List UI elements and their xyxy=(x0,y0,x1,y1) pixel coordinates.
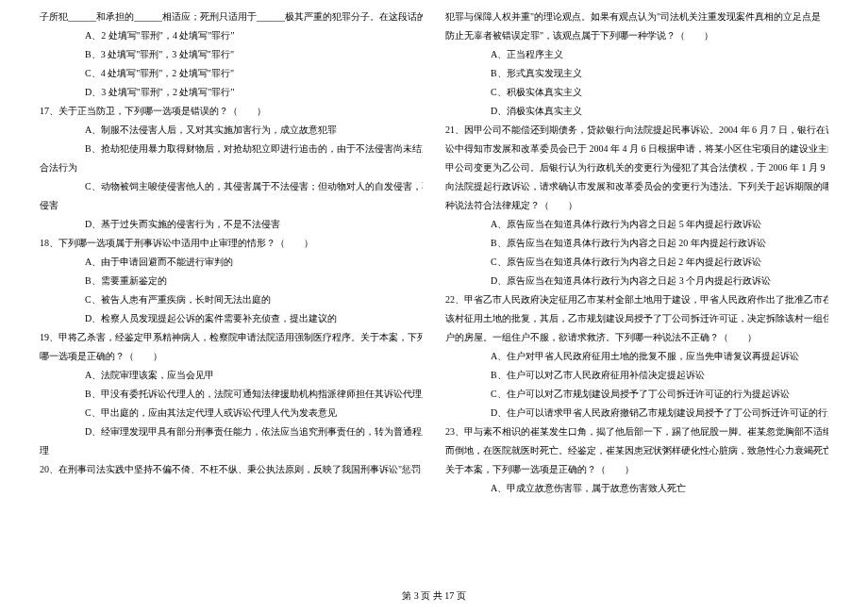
q19-opt-c: C、甲出庭的，应由其法定代理人或诉讼代理人代为发表意见 xyxy=(40,404,423,422)
exam-page: 子所犯______和承担的______相适应；死刑只适用于______极其严重的… xyxy=(0,0,868,585)
q20-cont-2: 防止无辜者被错误定罪"，该观点属于下列哪一种学说？（ ） xyxy=(445,26,828,45)
q22-stem-2: 该村征用土地的批复，其后，乙市规划建设局授予了丁公司拆迁许可证，决定拆除该村一组… xyxy=(445,309,828,328)
q19-stem-2: 哪一选项是正确的？（ ） xyxy=(40,347,423,366)
page-footer: 第 3 页 共 17 页 xyxy=(0,587,868,605)
q21-stem-3: 甲公司变更为乙公司。后银行认为行政机关的变更行为侵犯了其合法债权，于 2006 … xyxy=(445,158,828,177)
q18-opt-c: C、被告人患有严重疾病，长时间无法出庭的 xyxy=(40,290,423,309)
q17-opt-d: D、基于过失而实施的侵害行为，不是不法侵害 xyxy=(40,215,423,234)
q21-opt-b: B、原告应当在知道具体行政行为内容之日起 20 年内提起行政诉讼 xyxy=(445,234,828,253)
q17-opt-c-1: C、动物被饲主唆使侵害他人的，其侵害属于不法侵害；但动物对人的自发侵害，不是不法 xyxy=(40,177,423,196)
q17-opt-b-2: 合法行为 xyxy=(40,158,423,177)
q22-opt-d: D、住户可以请求甲省人民政府撤销乙市规划建设局授予了丁公司拆迁许可证的行为 xyxy=(445,404,828,422)
q17-opt-b-1: B、抢劫犯使用暴力取得财物后，对抢劫犯立即进行追击的，由于不法侵害尚未结束，属于 xyxy=(40,140,423,158)
q21-stem-4: 向法院提起行政诉讼，请求确认市发展和改革委员会的变更行为违法。下列关于起诉期限的… xyxy=(445,177,828,196)
q20-stem: 20、在刑事司法实践中坚持不偏不倚、不枉不纵、秉公执法原则，反映了我国刑事诉讼"… xyxy=(40,460,423,479)
q19-stem-1: 19、甲将乙杀害，经鉴定甲系精神病人，检察院申请法院适用强制医疗程序。关于本案，… xyxy=(40,328,423,347)
q22-opt-a: A、住户对甲省人民政府征用土地的批复不服，应当先申请复议再提起诉讼 xyxy=(445,347,828,366)
q23-stem-3: 关于本案，下列哪一选项是正确的？（ ） xyxy=(445,460,828,479)
q18-stem: 18、下列哪一选项属于刑事诉讼中适用中止审理的情形？（ ） xyxy=(40,234,423,253)
q20-cont-1: 犯罪与保障人权并重"的理论观点。如果有观点认为"司法机关注重发现案件真相的立足点… xyxy=(445,8,828,26)
q21-stem-5: 种说法符合法律规定？（ ） xyxy=(445,196,828,215)
q23-stem-1: 23、甲与素不相识的崔某发生口角，揭了他后部一下，踢了他屁股一脚。崔某忽觉胸部不… xyxy=(445,422,828,441)
q22-opt-b: B、住户可以对乙市人民政府征用补偿决定提起诉讼 xyxy=(445,366,828,385)
q20-opt-d: D、消极实体真实主义 xyxy=(445,102,828,121)
q19-opt-a: A、法院审理该案，应当会见甲 xyxy=(40,366,423,385)
q21-opt-d: D、原告应当在知道具体行政行为内容之日起 3 个月内提起行政诉讼 xyxy=(445,272,828,290)
q20-opt-c: C、积极实体真实主义 xyxy=(445,83,828,102)
q17-opt-c-2: 侵害 xyxy=(40,196,423,215)
q18-opt-d: D、检察人员发现提起公诉的案件需要补充侦查，提出建议的 xyxy=(40,309,423,328)
q17-stem: 17、关于正当防卫，下列哪一选项是错误的？（ ） xyxy=(40,102,423,121)
q19-opt-b: B、甲没有委托诉讼代理人的，法院可通知法律援助机构指派律师担任其诉讼代理人 xyxy=(40,385,423,404)
q21-stem-1: 21、因甲公司不能偿还到期债务，贷款银行向法院提起民事诉讼。2004 年 6 月… xyxy=(445,121,828,140)
q17-opt-a: A、制服不法侵害人后，又对其实施加害行为，成立故意犯罪 xyxy=(40,121,423,140)
q23-opt-a: A、甲成立故意伤害罪，属于故意伤害致人死亡 xyxy=(445,479,828,498)
q20-opt-b: B、形式真实发现主义 xyxy=(445,64,828,83)
q18-opt-b: B、需要重新鉴定的 xyxy=(40,272,423,290)
q21-opt-a: A、原告应当在知道具体行政行为内容之日起 5 年内提起行政诉讼 xyxy=(445,215,828,234)
q16-opt-a: A、2 处填写"罪刑"，4 处填写"罪行" xyxy=(40,26,423,45)
q22-stem-1: 22、甲省乙市人民政府决定征用乙市某村全部土地用于建设，甲省人民政府作出了批准乙… xyxy=(445,290,828,309)
q18-opt-a: A、由于申请回避而不能进行审判的 xyxy=(40,253,423,272)
q21-stem-2: 讼中得知市发展和改革委员会已于 2004 年 4 月 6 日根据申请，将某小区住… xyxy=(445,140,828,158)
q16-opt-b: B、3 处填写"罪刑"，3 处填写"罪行" xyxy=(40,45,423,64)
q19-opt-d-1: D、经审理发现甲具有部分刑事责任能力，依法应当追究刑事责任的，转为普通程序继续审 xyxy=(40,422,423,441)
q20-opt-a: A、正当程序主义 xyxy=(445,45,828,64)
q22-opt-c: C、住户可以对乙市规划建设局授予了丁公司拆迁许可证的行为提起诉讼 xyxy=(445,385,828,404)
right-column: 犯罪与保障人权并重"的理论观点。如果有观点认为"司法机关注重发现案件真相的立足点… xyxy=(434,8,840,556)
q19-opt-d-2: 理 xyxy=(40,441,423,460)
q16-opt-d: D、3 处填写"罪刑"，2 处填写"罪行" xyxy=(40,83,423,102)
q16-stem: 子所犯______和承担的______相适应；死刑只适用于______极其严重的… xyxy=(40,8,423,26)
left-column: 子所犯______和承担的______相适应；死刑只适用于______极其严重的… xyxy=(28,8,434,556)
q22-stem-3: 户的房屋。一组住户不服，欲请求救济。下列哪一种说法不正确？（ ） xyxy=(445,328,828,347)
q16-opt-c: C、4 处填写"罪刑"，2 处填写"罪行" xyxy=(40,64,423,83)
q21-opt-c: C、原告应当在知道具体行政行为内容之日起 2 年内提起行政诉讼 xyxy=(445,253,828,272)
q23-stem-2: 而倒地，在医院就医时死亡。经鉴定，崔某因患冠状粥样硬化性心脏病，致急性心力衰竭死… xyxy=(445,441,828,460)
